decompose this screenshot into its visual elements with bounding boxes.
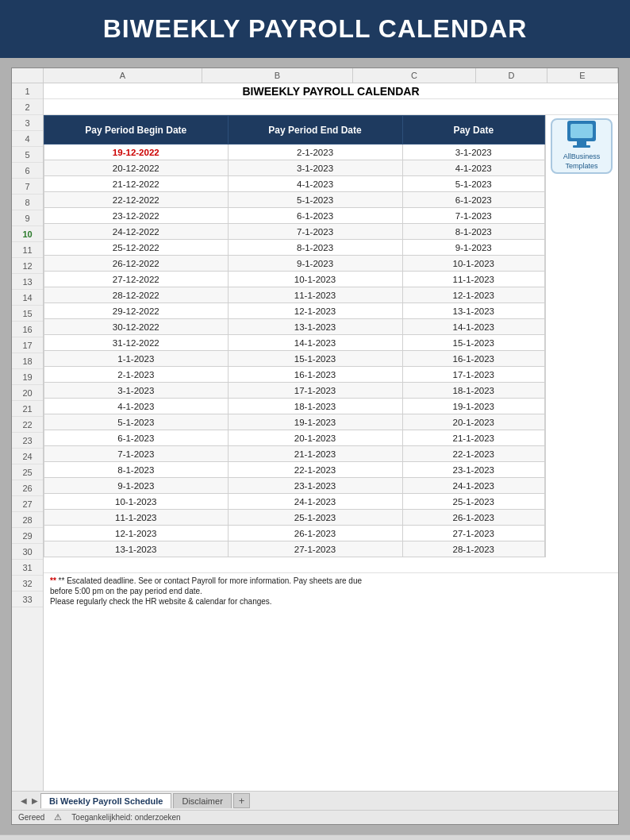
begin-date-cell: 5-1-2023: [44, 414, 229, 430]
table-row: 20-12-20223-1-20234-1-2023: [44, 160, 545, 176]
begin-date-cell: 20-12-2022: [44, 160, 229, 176]
end-date-cell: 15-1-2023: [228, 351, 402, 367]
accessibility-icon: ⚠: [54, 812, 62, 823]
end-date-cell: 6-1-2023: [228, 208, 402, 224]
row-num-20: 20: [12, 385, 43, 401]
end-date-cell: 11-1-2023: [228, 287, 402, 303]
begin-date-cell: 9-1-2023: [44, 478, 229, 494]
table-row: 31-12-202214-1-202315-1-2023: [44, 335, 545, 351]
pay-date-cell: 28-1-2023: [402, 541, 544, 557]
begin-date-cell: 23-12-2022: [44, 208, 229, 224]
table-row: 3-1-202317-1-202318-1-2023: [44, 383, 545, 399]
table-row: 9-1-202323-1-202324-1-2023: [44, 478, 545, 494]
row-num-12: 12: [12, 258, 43, 274]
row-num-17: 17: [12, 337, 43, 353]
row-num-10: 10: [12, 226, 43, 242]
tab-disclaimer[interactable]: Disclaimer: [173, 793, 231, 808]
table-with-logo: Pay Period Begin Date Pay Period End Dat…: [44, 115, 618, 557]
tab-arrow-left[interactable]: ◀: [18, 796, 29, 805]
begin-date-cell: 13-1-2023: [44, 541, 229, 557]
end-date-cell: 17-1-2023: [228, 383, 402, 399]
tab-arrow-right[interactable]: ▶: [29, 796, 40, 805]
end-date-cell: 19-1-2023: [228, 414, 402, 430]
row-num-2: 2: [12, 99, 43, 115]
col-b-label: B: [202, 68, 353, 83]
begin-date-cell: 7-1-2023: [44, 446, 229, 462]
table-row: 10-1-202324-1-202325-1-2023: [44, 494, 545, 510]
row-num-16: 16: [12, 322, 43, 337]
table-row: 4-1-202318-1-202319-1-2023: [44, 399, 545, 414]
row-num-13: 13: [12, 274, 43, 290]
tab-biweekly[interactable]: Bi Weekly Payroll Schedule: [40, 793, 171, 808]
pay-date-cell: 6-1-2023: [402, 192, 544, 208]
table-container: Pay Period Begin Date Pay Period End Dat…: [44, 115, 545, 557]
empty-row-30: [44, 557, 618, 573]
pay-date-cell: 23-1-2023: [402, 462, 544, 478]
begin-date-cell: 26-12-2022: [44, 256, 229, 272]
end-date-cell: 5-1-2023: [228, 192, 402, 208]
end-date-cell: 7-1-2023: [228, 224, 402, 240]
table-row: 22-12-20225-1-20236-1-2023: [44, 192, 545, 208]
row-num-1: 1: [12, 83, 43, 99]
begin-date-cell: 11-1-2023: [44, 510, 229, 526]
end-date-cell: 22-1-2023: [228, 462, 402, 478]
row-numbers: 1 2 3 4 5 6 7 8 9 10 11 12 13 14 15 16 1…: [12, 83, 44, 791]
begin-date-cell: 12-1-2023: [44, 526, 229, 541]
row-num-30: 30: [12, 544, 43, 560]
col-c-label: C: [353, 68, 476, 83]
end-date-cell: 14-1-2023: [228, 335, 402, 351]
logo-area: AllBusiness Templates: [545, 115, 618, 557]
begin-date-cell: 6-1-2023: [44, 430, 229, 446]
row-num-25: 25: [12, 464, 43, 480]
begin-date-cell: 3-1-2023: [44, 383, 229, 399]
footer-section: ** ** Escalated deadline. See or contact…: [44, 573, 618, 611]
row-num-27: 27: [12, 496, 43, 512]
row-num-21: 21: [12, 401, 43, 417]
end-date-cell: 25-1-2023: [228, 510, 402, 526]
row-num-5: 5: [12, 147, 43, 163]
footer-note-2: before 5:00 pm on the pay period end dat…: [50, 587, 612, 595]
row-num-6: 6: [12, 163, 43, 179]
pay-date-cell: 27-1-2023: [402, 526, 544, 541]
end-date-cell: 16-1-2023: [228, 367, 402, 383]
header-begin-date: Pay Period Begin Date: [44, 116, 229, 144]
begin-date-cell: 27-12-2022: [44, 272, 229, 287]
end-date-cell: 21-1-2023: [228, 446, 402, 462]
begin-date-cell: 1-1-2023: [44, 351, 229, 367]
begin-date-cell: 8-1-2023: [44, 462, 229, 478]
col-corner: [12, 68, 44, 83]
col-e-label: E: [547, 68, 618, 83]
row-num-33: 33: [12, 591, 43, 607]
table-row: 11-1-202325-1-202326-1-2023: [44, 510, 545, 526]
row-num-28: 28: [12, 512, 43, 528]
row-num-14: 14: [12, 290, 43, 306]
begin-date-cell: 31-12-2022: [44, 335, 229, 351]
row-num-22: 22: [12, 417, 43, 433]
end-date-cell: 10-1-2023: [228, 272, 402, 287]
col-a-label: A: [44, 68, 202, 83]
pay-date-cell: 17-1-2023: [402, 367, 544, 383]
table-row: 30-12-202213-1-202314-1-2023: [44, 319, 545, 335]
footer-note-3: Please regularly check the HR website & …: [50, 597, 612, 606]
pay-date-cell: 16-1-2023: [402, 351, 544, 367]
table-row: 13-1-202327-1-202328-1-2023: [44, 541, 545, 557]
row-num-11: 11: [12, 242, 43, 258]
status-bar: Gereed ⚠ Toegankelijkheid: onderzoeken: [12, 810, 618, 824]
col-d-label: D: [476, 68, 547, 83]
spreadsheet-title: BIWEEKLY PAYROLL CALENDAR: [44, 83, 618, 99]
pay-date-cell: 19-1-2023: [402, 399, 544, 414]
begin-date-cell: 29-12-2022: [44, 303, 229, 319]
table-row: 2-1-202316-1-202317-1-2023: [44, 367, 545, 383]
end-date-cell: 3-1-2023: [228, 160, 402, 176]
begin-date-cell: 2-1-2023: [44, 367, 229, 383]
tab-add-button[interactable]: +: [233, 793, 251, 808]
end-date-cell: 12-1-2023: [228, 303, 402, 319]
row-num-24: 24: [12, 449, 43, 464]
table-row: 6-1-202320-1-202321-1-2023: [44, 430, 545, 446]
row-num-7: 7: [12, 179, 43, 195]
row-num-18: 18: [12, 353, 43, 369]
begin-date-cell: 21-12-2022: [44, 176, 229, 192]
status-accessibility: Toegankelijkheid: onderzoeken: [71, 813, 180, 822]
status-ready: Gereed: [18, 813, 44, 822]
row-num-4: 4: [12, 131, 43, 147]
